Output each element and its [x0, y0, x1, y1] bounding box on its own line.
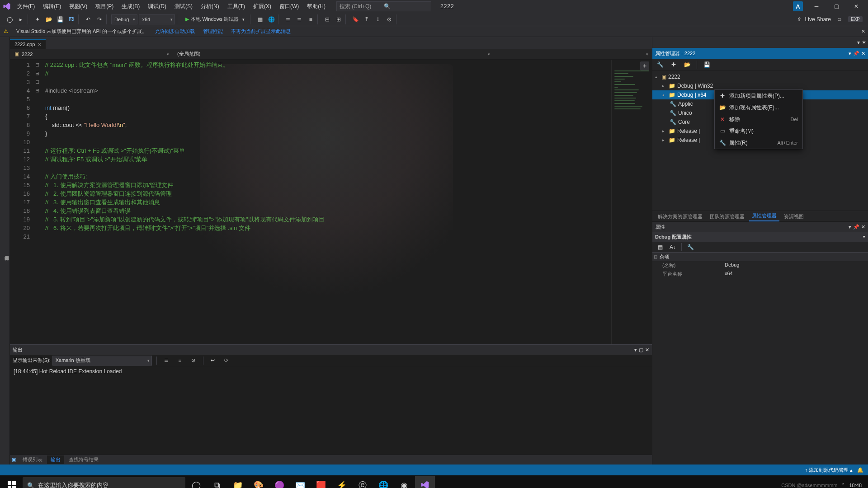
tab-resource-view[interactable]: 资源视图	[781, 212, 807, 221]
start-button[interactable]	[2, 476, 22, 488]
categorize-icon[interactable]: ▤	[655, 242, 665, 252]
cortana-icon[interactable]: ◯	[186, 476, 206, 488]
alpha-sort-icon[interactable]: A↓	[668, 242, 678, 252]
tab-find-symbols[interactable]: 查找符号结果	[65, 455, 102, 464]
menu-build[interactable]: 生成(B)	[118, 1, 143, 12]
redo-icon[interactable]: ↷	[94, 14, 104, 24]
tab-output[interactable]: 输出	[47, 455, 64, 464]
chevron-down-icon[interactable]: ▾	[849, 51, 851, 56]
output-source-dropdown[interactable]: Xamarin 热重载	[52, 356, 152, 366]
menu-file[interactable]: 文件(F)	[14, 1, 38, 12]
source-control-button[interactable]: ↑ 添加到源代码管理 ▴	[805, 467, 853, 474]
bookmark-next-icon[interactable]: ⤓	[373, 14, 383, 24]
save-icon[interactable]: 💾	[55, 14, 65, 24]
ie-icon[interactable]: ⓔ	[353, 476, 373, 488]
info-link-dismiss[interactable]: 不再为当前扩展显示此消息	[231, 28, 291, 35]
output-icon-2[interactable]: ≡	[175, 356, 185, 366]
fold-gutter[interactable]: ⊟⊟⊟⊟	[35, 60, 42, 344]
prop-category[interactable]: 杂项	[652, 253, 868, 261]
nav-back-icon[interactable]: ◯	[5, 14, 14, 24]
prop-row[interactable]: (名称)Debug	[652, 261, 868, 270]
chrome-icon[interactable]: ◉	[394, 476, 414, 488]
properties-subject[interactable]: Debug 配置属性▾	[652, 232, 868, 242]
ctx-rename[interactable]: ▭重命名(M)	[715, 125, 802, 137]
bookmark-prev-icon[interactable]: ⤒	[362, 14, 372, 24]
ctx-remove[interactable]: ✕移除Del	[715, 113, 802, 125]
task-view-icon[interactable]: ⧉	[207, 476, 227, 488]
step-icon-3[interactable]: ≡	[306, 14, 316, 24]
info-close-icon[interactable]: ✕	[861, 28, 865, 34]
close-icon[interactable]: ✕	[861, 51, 865, 56]
comment-icon[interactable]: ⊟	[322, 14, 332, 24]
global-search[interactable]: 搜索 (Ctrl+Q) 🔍	[336, 1, 431, 11]
menu-window[interactable]: 窗口(W)	[276, 1, 302, 12]
split-editor-icon[interactable]: ＋	[640, 61, 649, 70]
menu-debug[interactable]: 调试(D)	[144, 1, 170, 12]
liveshare-label[interactable]: Live Share	[805, 16, 831, 23]
notifications-icon[interactable]: 🔔	[857, 467, 863, 473]
close-icon[interactable]: ✕	[861, 224, 865, 230]
menu-view[interactable]: 视图(V)	[66, 1, 91, 12]
output-body[interactable]: [18:44:45] Hot Reload IDE Extension Load…	[10, 366, 652, 455]
menu-help[interactable]: 帮助(H)	[303, 1, 329, 12]
tab-team-explorer[interactable]: 团队资源管理器	[707, 212, 747, 221]
feedback-icon[interactable]: ☺	[835, 14, 844, 24]
output-clear-icon[interactable]: ⟳	[222, 356, 231, 366]
close-icon[interactable]: ✕	[38, 42, 41, 47]
output-icon-1[interactable]: ≣	[161, 356, 171, 366]
clock[interactable]: 18:48	[849, 483, 862, 488]
tab-property-manager[interactable]: 属性管理器	[749, 211, 779, 221]
save-all-icon[interactable]: 🖫	[66, 14, 76, 24]
bookmark-clear-icon[interactable]: ⊘	[384, 14, 394, 24]
output-icon-3[interactable]: ⊘	[189, 356, 198, 366]
paint-icon[interactable]: 🎨	[249, 476, 269, 488]
close-icon[interactable]: ✕	[645, 347, 649, 353]
taskbar-search[interactable]: 🔍 在这里输入你要搜索的内容	[23, 477, 185, 488]
menu-project[interactable]: 项目(P)	[92, 1, 117, 12]
liveshare-icon[interactable]: ⇪	[797, 16, 802, 23]
open-icon[interactable]: 📂	[44, 14, 54, 24]
undo-icon[interactable]: ↶	[83, 14, 93, 24]
nav-fwd-icon[interactable]: ▸	[16, 14, 26, 24]
tree-root[interactable]: ▴▣2222	[652, 72, 868, 81]
account-badge[interactable]: A	[793, 1, 803, 11]
maximize-icon[interactable]: ▢	[639, 347, 643, 353]
visualstudio-icon[interactable]	[415, 476, 435, 488]
save-sheet-icon[interactable]: 💾	[702, 60, 712, 70]
platform-dropdown[interactable]: x64	[139, 14, 175, 24]
menu-tools[interactable]: 工具(T)	[224, 1, 249, 12]
open-sheet-icon[interactable]: 📂	[682, 60, 692, 70]
prop-wrench-icon[interactable]: 🔧	[685, 242, 695, 252]
menu-analyze[interactable]: 分析(N)	[197, 1, 223, 12]
uncomment-icon[interactable]: ⊞	[334, 14, 344, 24]
ctx-add-existing-sheet[interactable]: 📂添加现有属性表(E)...	[715, 102, 802, 113]
add-sheet-icon[interactable]: ✚	[669, 60, 679, 70]
tray-up-icon[interactable]: ˄	[842, 483, 844, 488]
chevron-down-icon[interactable]: ▾	[849, 224, 851, 230]
info-link-perf[interactable]: 管理性能	[203, 28, 223, 35]
explorer-icon[interactable]: 📁	[228, 476, 248, 488]
browser-icon[interactable]: 🌐	[266, 14, 276, 24]
toolbox-icon[interactable]: ▦	[255, 14, 265, 24]
wrench-icon[interactable]: 🔧	[655, 60, 665, 70]
step-icon-1[interactable]: ≣	[283, 14, 293, 24]
gear-icon[interactable]: ✶	[862, 39, 866, 46]
new-item-icon[interactable]: ✦	[33, 14, 42, 24]
ctx-add-new-sheet[interactable]: ✚添加新项目属性表(P)...	[715, 90, 802, 102]
start-debug-button[interactable]: ▶本地 Windows 调试器▾	[182, 14, 248, 24]
panel-dropdown-icon[interactable]: ▾	[857, 39, 860, 46]
nav-project-dropdown[interactable]: ▣2222	[10, 51, 173, 57]
ctx-properties[interactable]: 🔧属性(R)Alt+Enter	[715, 137, 802, 149]
prop-row[interactable]: 平台名称x64	[652, 270, 868, 278]
maximize-button[interactable]: ▢	[827, 1, 845, 12]
tab-solution-explorer[interactable]: 解决方案资源管理器	[655, 212, 705, 221]
minimize-button[interactable]: ─	[807, 1, 826, 12]
menu-edit[interactable]: 编辑(E)	[39, 1, 65, 12]
step-icon-2[interactable]: ≣	[294, 14, 304, 24]
chevron-down-icon[interactable]: ▾	[634, 347, 637, 353]
config-dropdown[interactable]: Debug	[111, 14, 137, 24]
menu-test[interactable]: 测试(S)	[171, 1, 196, 12]
tab-error-list[interactable]: 错误列表	[19, 455, 46, 464]
mail-icon[interactable]: ✉️	[290, 476, 310, 488]
bookmark-icon[interactable]: 🔖	[350, 14, 360, 24]
